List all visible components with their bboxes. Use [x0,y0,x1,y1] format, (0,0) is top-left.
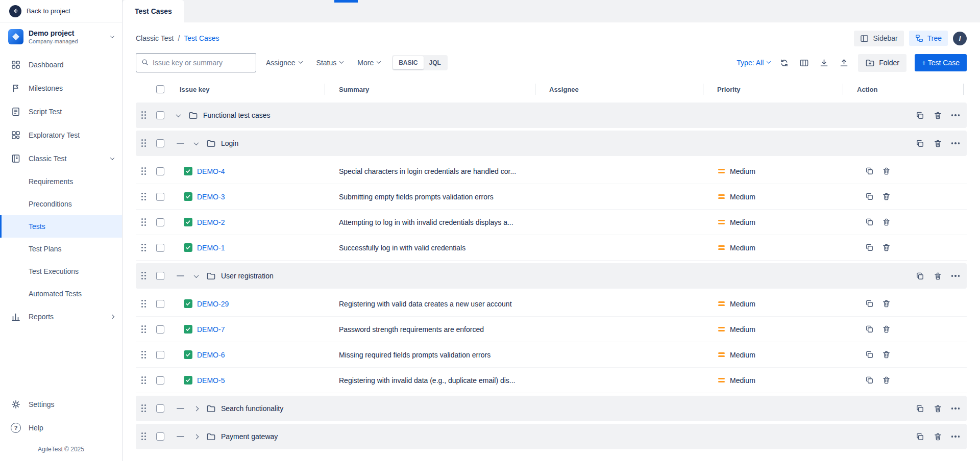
issue-key-link[interactable]: DEMO-2 [197,218,225,226]
drag-handle-icon[interactable] [141,404,146,413]
type-filter-button[interactable]: Type: All [737,59,770,67]
copy-icon[interactable] [916,404,924,413]
delete-icon[interactable] [882,167,891,175]
import-button[interactable] [818,57,830,69]
delete-icon[interactable] [882,243,891,252]
sidebar-item-help[interactable]: ? Help [0,416,122,440]
search-input[interactable] [153,59,251,67]
collapse-chevron-icon[interactable] [194,142,198,145]
more-actions-icon[interactable] [951,111,960,120]
more-actions-icon[interactable] [951,432,960,441]
folder-name[interactable]: Login [221,139,238,147]
folder-name[interactable]: User registration [221,272,274,280]
drag-handle-icon[interactable] [141,244,146,252]
refresh-button[interactable] [778,57,790,69]
delete-icon[interactable] [882,325,891,334]
more-filter-button[interactable]: More [353,55,385,71]
breadcrumb-parent[interactable]: Classic Test [136,34,174,42]
row-checkbox[interactable] [156,193,164,201]
delete-icon[interactable] [934,111,942,120]
export-button[interactable] [838,57,850,69]
sidebar-item-test-executions[interactable]: Test Executions [0,260,122,283]
issue-key-link[interactable]: DEMO-6 [197,351,225,359]
copy-icon[interactable] [916,432,924,441]
sidebar-item-milestones[interactable]: Milestones [0,76,122,100]
drag-handle-icon[interactable] [141,167,146,175]
issue-key-link[interactable]: DEMO-3 [197,193,225,201]
basic-mode-button[interactable]: BASIC [393,56,423,69]
sidebar-item-preconditions[interactable]: Preconditions [0,193,122,215]
more-actions-icon[interactable] [951,139,960,148]
tab-test-cases[interactable]: Test Cases [122,0,184,22]
tree-view-button[interactable]: Tree [909,31,948,46]
select-all-checkbox[interactable] [156,85,164,93]
drag-handle-icon[interactable] [141,111,146,119]
row-checkbox[interactable] [156,376,164,385]
row-checkbox[interactable] [156,218,164,226]
status-filter-button[interactable]: Status [312,55,348,71]
drag-handle-icon[interactable] [141,193,146,201]
drag-handle-icon[interactable] [141,139,146,147]
row-checkbox[interactable] [156,432,164,441]
delete-icon[interactable] [882,192,891,201]
copy-icon[interactable] [865,350,874,359]
row-checkbox[interactable] [156,272,164,280]
row-checkbox[interactable] [156,404,164,413]
delete-icon[interactable] [934,432,942,441]
sidebar-item-reports[interactable]: Reports [0,305,122,328]
column-header-priority[interactable]: Priority [703,79,843,100]
copy-icon[interactable] [865,299,874,308]
delete-icon[interactable] [882,218,891,226]
create-test-case-button[interactable]: + Test Case [915,54,967,71]
column-header-issue-key[interactable]: Issue key [169,79,325,100]
breadcrumb-current[interactable]: Test Cases [184,34,219,42]
assignee-filter-button[interactable]: Assignee [261,55,307,71]
copy-icon[interactable] [865,218,874,226]
sidebar-item-classic-test[interactable]: Classic Test [0,147,122,170]
drag-handle-icon[interactable] [141,272,146,280]
row-checkbox[interactable] [156,325,164,334]
more-actions-icon[interactable] [951,404,960,413]
sidebar-item-tests[interactable]: Tests [0,215,122,238]
sidebar-item-test-plans[interactable]: Test Plans [0,238,122,260]
sidebar-item-dashboard[interactable]: Dashboard [0,53,122,76]
row-checkbox[interactable] [156,244,164,252]
copy-icon[interactable] [916,272,924,280]
delete-icon[interactable] [934,404,942,413]
delete-icon[interactable] [882,376,891,385]
sidebar-item-requirements[interactable]: Requirements [0,170,122,193]
drag-handle-icon[interactable] [141,218,146,226]
drag-handle-icon[interactable] [141,432,146,441]
folder-name[interactable]: Search functionality [221,404,283,413]
column-header-assignee[interactable]: Assignee [535,79,703,100]
copy-icon[interactable] [865,376,874,385]
issue-key-link[interactable]: DEMO-1 [197,244,225,252]
copy-icon[interactable] [865,167,874,175]
issue-key-link[interactable]: DEMO-5 [197,376,225,385]
copy-icon[interactable] [865,243,874,252]
copy-icon[interactable] [865,192,874,201]
jql-mode-button[interactable]: JQL [424,56,447,69]
copy-icon[interactable] [916,111,924,120]
sidebar-view-button[interactable]: Sidebar [854,31,903,46]
issue-key-link[interactable]: DEMO-7 [197,325,225,334]
collapse-chevron-icon[interactable] [194,274,198,278]
copy-icon[interactable] [916,139,924,148]
expand-chevron-icon[interactable] [194,407,198,411]
row-checkbox[interactable] [156,139,164,147]
folder-name[interactable]: Functional test cases [203,111,271,119]
sidebar-item-script-test[interactable]: Script Test [0,100,122,123]
issue-key-link[interactable]: DEMO-29 [197,300,229,308]
row-checkbox[interactable] [156,167,164,175]
collapse-chevron-icon[interactable] [177,114,180,117]
more-actions-icon[interactable] [951,272,960,280]
columns-button[interactable] [798,57,810,69]
sidebar-item-settings[interactable]: Settings [0,393,122,416]
delete-icon[interactable] [934,139,942,148]
folder-name[interactable]: Payment gateway [221,432,278,441]
info-icon[interactable]: i [953,32,967,45]
delete-icon[interactable] [882,299,891,308]
issue-key-link[interactable]: DEMO-4 [197,167,225,175]
drag-handle-icon[interactable] [141,351,146,359]
row-checkbox[interactable] [156,351,164,359]
